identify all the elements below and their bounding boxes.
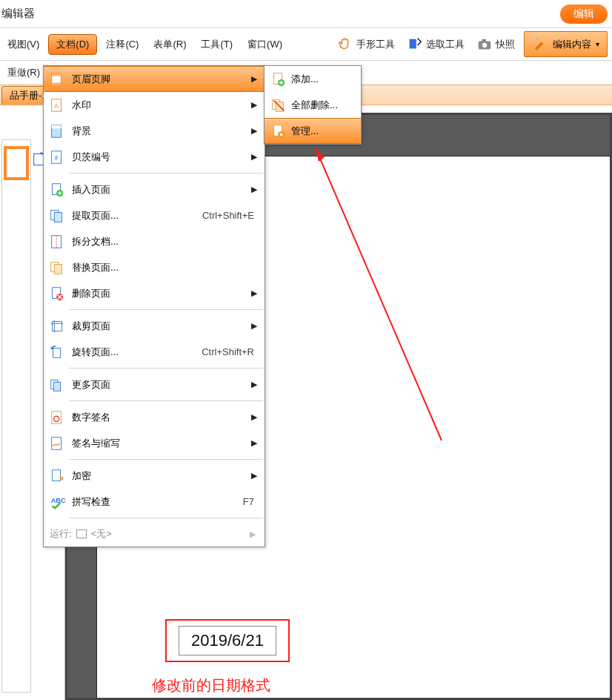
menu-item-header-footer[interactable]: 页眉页脚▶ — [44, 66, 265, 92]
submenu-arrow-icon: ▶ — [251, 185, 257, 194]
submenu-arrow-icon: ▶ — [251, 412, 257, 422]
svg-text:#: # — [55, 154, 59, 161]
menu-item-label: 背景 — [67, 125, 265, 138]
shortcut-label: Ctrl+Shift+E — [202, 210, 265, 221]
menu-item-label: 更多页面 — [67, 378, 265, 392]
menu-view[interactable]: 视图(V) — [0, 28, 47, 60]
menu-item-bates[interactable]: #贝茨编号▶ — [44, 144, 265, 170]
submenu-item-manage[interactable]: 管理... — [265, 118, 361, 144]
menu-item-label: 裁剪页面 — [67, 320, 265, 333]
svg-rect-33 — [53, 469, 61, 481]
svg-rect-10 — [52, 82, 61, 85]
text-cursor-icon — [407, 36, 423, 53]
svg-rect-26 — [53, 321, 62, 331]
edit-pill[interactable]: 编辑 — [560, 4, 608, 24]
svg-point-41 — [280, 133, 283, 136]
svg-rect-14 — [52, 125, 61, 128]
menu-item-label: 贝茨编号 — [67, 151, 265, 164]
menu-item-more-pages[interactable]: 更多页面▶ — [44, 372, 265, 397]
rotate-page-icon — [47, 344, 67, 360]
menu-item-label: 旋转页面... — [67, 346, 202, 359]
menu-item-delete-page[interactable]: 删除页面▶ — [44, 280, 265, 306]
menu-item-spellcheck[interactable]: ABC拼写检查F7 — [44, 489, 265, 515]
hand-label: 手形工具 — [356, 38, 395, 51]
menu-document[interactable]: 文档(D) — [48, 34, 97, 55]
snapshot-tool[interactable]: 快照 — [470, 28, 521, 60]
submenu-item-delete-all[interactable]: 全部删除... — [265, 92, 361, 118]
caret-icon: ▾ — [596, 40, 599, 48]
menu-item-label: 签名与缩写 — [67, 437, 265, 450]
submenu-arrow-icon: ▶ — [250, 529, 256, 539]
menu-item-split-doc[interactable]: 拆分文档... — [44, 228, 265, 254]
date-annotation-box: 2019/6/21 — [165, 619, 290, 662]
submenu-item-add[interactable]: 添加... — [265, 66, 361, 92]
footer-prefix: 运行: — [50, 527, 72, 541]
submenu-item-label: 添加... — [288, 73, 361, 86]
svg-point-2 — [482, 42, 487, 47]
svg-rect-23 — [54, 264, 61, 274]
more-pages-icon — [47, 377, 67, 393]
redo-button[interactable]: 重做(R) — [3, 66, 44, 79]
menu-form[interactable]: 表单(R) — [146, 28, 193, 60]
svg-rect-9 — [52, 73, 61, 76]
menu-item-rotate-page[interactable]: 旋转页面...Ctrl+Shift+R — [44, 339, 265, 365]
submenu-arrow-icon: ▶ — [251, 126, 257, 136]
menu-item-label: 删除页面 — [67, 287, 265, 300]
menu-item-background[interactable]: 背景▶ — [44, 118, 265, 144]
submenu-arrow-icon: ▶ — [251, 321, 257, 331]
svg-text:ABC: ABC — [51, 496, 65, 503]
document-tab-label: 品手册-1 — [10, 89, 47, 102]
menu-item-crop-page[interactable]: 裁剪页面▶ — [44, 313, 265, 339]
menu-tool[interactable]: 工具(T) — [193, 28, 240, 60]
submenu-arrow-icon: ▶ — [251, 152, 257, 162]
select-tool[interactable]: 选取工具 — [401, 28, 470, 60]
svg-rect-3 — [482, 39, 486, 42]
menu-item-watermark[interactable]: A水印▶ — [44, 92, 265, 118]
edit-content-button[interactable]: 编辑内容 ▾ — [524, 31, 608, 57]
split-doc-icon — [47, 234, 67, 250]
camera-icon — [476, 36, 493, 53]
menu-item-label: 拼写检查 — [67, 495, 243, 509]
menu-comment[interactable]: 注释(C) — [99, 28, 146, 60]
page-thumbnail[interactable] — [4, 146, 29, 180]
menu-item-replace-page[interactable]: 替换页面... — [44, 254, 265, 280]
svg-rect-29 — [53, 382, 60, 391]
submenu-arrow-icon: ▶ — [251, 471, 257, 481]
submenu-arrow-icon: ▶ — [251, 438, 257, 448]
thumbnail-strip — [1, 139, 31, 693]
hand-tool[interactable]: 手形工具 — [331, 28, 401, 60]
app-title: 编辑器 — [0, 7, 35, 21]
submenu-item-label: 全部删除... — [288, 99, 361, 112]
bates-icon: # — [47, 149, 67, 165]
menu-item-encrypt[interactable]: 加密▶ — [44, 463, 265, 489]
menu-item-label: 加密 — [67, 469, 265, 483]
document-dropdown: 页眉页脚▶A水印▶背景▶#贝茨编号▶插入页面▶提取页面...Ctrl+Shift… — [43, 65, 265, 547]
svg-point-4 — [543, 38, 546, 41]
svg-point-5 — [536, 38, 537, 39]
hand-icon — [337, 36, 353, 53]
delete-all-icon — [269, 97, 288, 113]
delete-page-icon — [47, 285, 67, 302]
replace-page-icon — [47, 260, 67, 276]
menu-item-label: 水印 — [67, 99, 265, 112]
menu-item-sign-initials[interactable]: 签名与缩写▶ — [44, 430, 265, 456]
menu-item-label: 数字签名 — [67, 411, 265, 424]
submenu-arrow-icon: ▶ — [251, 100, 257, 110]
watermark-icon: A — [47, 97, 67, 113]
snap-label: 快照 — [496, 38, 515, 51]
menu-item-label: 提取页面... — [67, 209, 202, 222]
submenu-arrow-icon: ▶ — [251, 288, 257, 298]
add-icon — [269, 71, 288, 88]
menu-item-insert-page[interactable]: 插入页面▶ — [44, 176, 265, 202]
sign-initials-icon — [47, 435, 67, 452]
menu-item-extract-page[interactable]: 提取页面...Ctrl+Shift+E — [44, 202, 265, 228]
menu-item-digital-sign[interactable]: 数字签名▶ — [44, 404, 265, 430]
submenu-arrow-icon: ▶ — [251, 74, 257, 84]
background-icon — [47, 123, 67, 139]
footer-rect-icon — [76, 529, 87, 538]
select-label: 选取工具 — [426, 38, 465, 51]
header-footer-submenu: 添加...全部删除...管理... — [264, 65, 362, 145]
menu-window[interactable]: 窗口(W) — [240, 28, 290, 60]
menu-footer[interactable]: 运行:<无>▶ — [44, 521, 265, 547]
annotation-caption: 修改前的日期格式 — [152, 676, 270, 696]
